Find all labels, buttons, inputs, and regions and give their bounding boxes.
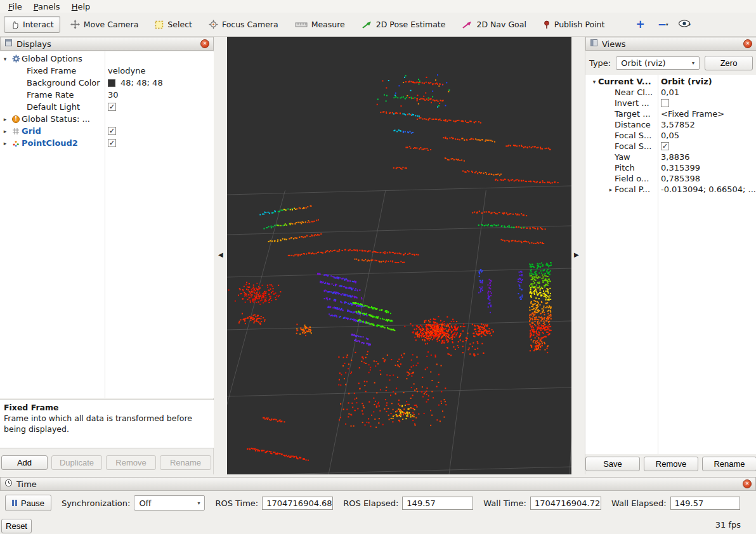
remove-button[interactable]: Remove bbox=[106, 455, 156, 470]
menu-panels[interactable]: Panels bbox=[28, 1, 66, 12]
property-name: Frame Rate bbox=[27, 90, 74, 100]
view-row-distance[interactable]: Distance 3,57852 bbox=[585, 119, 756, 130]
property-name: Global Options bbox=[22, 54, 82, 63]
collapse-right-panel-arrow[interactable]: ▶ bbox=[574, 251, 579, 258]
tree-row-background-color[interactable]: Background Color 48; 48; 48 bbox=[0, 77, 214, 89]
view-row-yaw[interactable]: Yaw 3,8836 bbox=[585, 152, 756, 162]
tree-row-default-light[interactable]: Default Light ✓ bbox=[0, 101, 214, 113]
measure-tool-button[interactable]: Measure bbox=[289, 16, 351, 33]
reset-button[interactable]: Reset bbox=[1, 519, 32, 533]
close-icon[interactable]: ✕ bbox=[200, 39, 209, 48]
property-value: 0,01 bbox=[661, 88, 679, 97]
property-value: 0,785398 bbox=[661, 174, 700, 183]
grid-enabled-checkbox[interactable]: ✓ bbox=[108, 127, 116, 135]
magenta-arrow-icon bbox=[462, 20, 472, 29]
views-panel-header[interactable]: Views ✕ bbox=[585, 37, 756, 51]
check-icon: ✓ bbox=[662, 143, 668, 150]
focus-camera-tool-button[interactable]: Focus Camera bbox=[202, 16, 285, 33]
move-camera-tool-button[interactable]: Move Camera bbox=[64, 16, 145, 33]
expander-closed-icon[interactable]: ▸ bbox=[0, 140, 10, 147]
frame-rate-value[interactable]: 30 bbox=[105, 90, 214, 100]
view-row-focal-point[interactable]: ▸ Focal P... -0.013094; 0.66504; ... bbox=[585, 184, 756, 195]
clock-icon bbox=[4, 479, 13, 489]
expander-closed-icon[interactable]: ▸ bbox=[0, 116, 10, 122]
rename-button[interactable]: Rename bbox=[160, 455, 211, 470]
chevron-down-icon: ▾ bbox=[692, 60, 694, 66]
wall-time-field[interactable]: 1704716904.72 bbox=[530, 497, 601, 510]
collapse-left-panel-arrow[interactable]: ◀ bbox=[218, 251, 223, 258]
move-arrows-icon bbox=[70, 20, 80, 29]
expander-open-icon[interactable]: ▾ bbox=[0, 56, 10, 62]
time-panel-header[interactable]: Time ✕ bbox=[0, 477, 756, 491]
panel-icon bbox=[590, 39, 598, 49]
property-name: Focal S... bbox=[615, 141, 651, 151]
ros-time-field[interactable]: 1704716904.68 bbox=[262, 497, 333, 510]
add-button[interactable]: Add bbox=[1, 455, 48, 470]
close-icon[interactable]: ✕ bbox=[743, 479, 752, 488]
synchronization-select[interactable]: Off ▾ bbox=[134, 495, 205, 511]
zero-button[interactable]: Zero bbox=[705, 56, 753, 70]
tree-row-global-status[interactable]: ▸ ! Global Status: ... bbox=[0, 113, 214, 125]
view-row-pitch[interactable]: Pitch 0,315399 bbox=[585, 162, 756, 173]
pointcloud2-enabled-checkbox[interactable]: ✓ bbox=[108, 139, 116, 147]
rename-view-button[interactable]: Rename bbox=[702, 457, 756, 471]
tree-row-grid[interactable]: ▸ Grid ✓ bbox=[0, 125, 214, 137]
synchronization-label: Synchronization: bbox=[62, 498, 131, 508]
background-color-value[interactable]: 48; 48; 48 bbox=[105, 78, 214, 88]
property-value: 3,57852 bbox=[661, 120, 695, 129]
select-tool-button[interactable]: Select bbox=[148, 16, 199, 33]
tool-label: 2D Nav Goal bbox=[476, 20, 526, 29]
wall-elapsed-field[interactable]: 149.57 bbox=[670, 497, 740, 510]
fixed-frame-value[interactable]: velodyne bbox=[105, 66, 214, 75]
displays-tree: ▾ Global Options Fixed Frame velodyne Ba… bbox=[0, 51, 214, 398]
invert-checkbox[interactable] bbox=[661, 99, 669, 107]
grid-icon bbox=[10, 127, 22, 135]
panel-title: Displays bbox=[16, 39, 51, 49]
property-value: 0,315399 bbox=[661, 163, 700, 173]
view-row-invert-zaxis[interactable]: Invert ... bbox=[585, 98, 756, 108]
property-name: Field o... bbox=[615, 174, 649, 183]
help-title: Fixed Frame bbox=[4, 403, 210, 414]
chevron-down-icon[interactable]: ▾ bbox=[688, 22, 691, 27]
3d-viewport-canvas[interactable] bbox=[227, 37, 571, 474]
tree-row-global-options[interactable]: ▾ Global Options bbox=[0, 53, 214, 65]
publish-point-tool-button[interactable]: Publish Point bbox=[537, 16, 611, 33]
nav-goal-tool-button[interactable]: 2D Nav Goal bbox=[455, 16, 532, 33]
property-value: 0,05 bbox=[661, 131, 679, 140]
tree-row-fixed-frame[interactable]: Fixed Frame velodyne bbox=[0, 65, 214, 77]
view-row-field-of-view[interactable]: Field o... 0,785398 bbox=[585, 173, 756, 184]
save-view-button[interactable]: Save bbox=[585, 457, 640, 471]
tool-label: 2D Pose Estimate bbox=[376, 20, 446, 29]
chevron-down-icon[interactable]: ▾ bbox=[666, 22, 668, 27]
tree-row-pointcloud2[interactable]: ▸ PointCloud2 ✓ bbox=[0, 137, 214, 149]
menu-help[interactable]: Help bbox=[66, 1, 96, 12]
expander-open-icon[interactable]: ▾ bbox=[590, 79, 598, 85]
close-icon[interactable]: ✕ bbox=[743, 39, 752, 48]
map-pin-icon bbox=[543, 20, 551, 29]
default-light-checkbox[interactable]: ✓ bbox=[108, 103, 116, 111]
pose-estimate-tool-button[interactable]: 2D Pose Estimate bbox=[355, 16, 452, 33]
view-row-target-frame[interactable]: Target ... <Fixed Frame> bbox=[585, 108, 756, 119]
pause-button[interactable]: Pause bbox=[5, 495, 51, 511]
tree-row-frame-rate[interactable]: Frame Rate 30 bbox=[0, 89, 214, 101]
expander-closed-icon[interactable]: ▸ bbox=[607, 186, 615, 193]
view-row-near-clip[interactable]: Near Cl... 0,01 bbox=[585, 87, 756, 98]
tool-label: Publish Point bbox=[554, 20, 605, 29]
views-panel: Views ✕ Type: Orbit (rviz) ▾ Zero ▾ Curr… bbox=[585, 37, 756, 474]
view-type-select[interactable]: Orbit (rviz) ▾ bbox=[616, 56, 700, 70]
displays-panel-header[interactable]: Displays ✕ bbox=[0, 37, 214, 51]
view-row-focal-shape-size[interactable]: Focal S... 0,05 bbox=[585, 130, 756, 141]
duplicate-button[interactable]: Duplicate bbox=[51, 455, 102, 470]
view-row-current-view[interactable]: ▾ Current V... Orbit (rviz) bbox=[585, 76, 756, 87]
interact-tool-button[interactable]: Interact bbox=[4, 16, 60, 33]
remove-view-button[interactable]: Remove bbox=[644, 457, 698, 471]
focal-shape-checkbox[interactable]: ✓ bbox=[661, 142, 669, 150]
property-name: Pitch bbox=[615, 163, 635, 173]
view-row-focal-shape-fixed[interactable]: Focal S... ✓ bbox=[585, 141, 756, 152]
views-tree: ▾ Current V... Orbit (rviz) Near Cl... 0… bbox=[585, 75, 756, 454]
property-help-box: Fixed Frame Frame into which all data is… bbox=[0, 400, 214, 448]
ros-elapsed-field[interactable]: 149.57 bbox=[402, 497, 473, 510]
add-tool-button[interactable]: + bbox=[634, 19, 646, 30]
expander-closed-icon[interactable]: ▸ bbox=[0, 128, 10, 134]
menu-file[interactable]: File bbox=[3, 1, 28, 12]
